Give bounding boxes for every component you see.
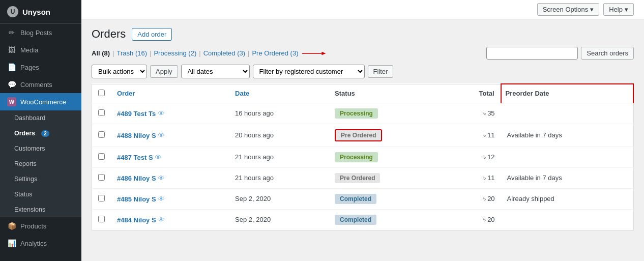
settings-label: Settings bbox=[14, 176, 37, 183]
order-link[interactable]: #488 Niloy S bbox=[117, 132, 156, 139]
sidebar-item-reports[interactable]: Reports bbox=[0, 156, 81, 171]
order-cell: #484 Niloy S 👁 bbox=[111, 209, 229, 230]
row-checkbox-cell[interactable] bbox=[92, 147, 111, 167]
add-order-button[interactable]: Add order bbox=[132, 28, 172, 41]
preorder-date-cell bbox=[501, 147, 633, 167]
chevron-down-icon: ▾ bbox=[590, 6, 594, 13]
row-checkbox-cell[interactable] bbox=[92, 167, 111, 188]
sidebar-item-analytics[interactable]: 📊 Analytics bbox=[0, 235, 81, 252]
sidebar: U Unyson ✏ Blog Posts 🖼 Media 📄 Pages 💬 … bbox=[0, 0, 81, 261]
preorder-date-cell bbox=[501, 209, 633, 230]
table-row: #487 Test S 👁 21 hours ago Processing ৳ … bbox=[92, 147, 634, 167]
sidebar-item-pages[interactable]: 📄 Pages bbox=[0, 59, 81, 76]
sidebar-item-blog-posts[interactable]: ✏ Blog Posts bbox=[0, 24, 81, 41]
order-link[interactable]: #486 Niloy S bbox=[117, 175, 156, 182]
sidebar-item-settings[interactable]: Settings bbox=[0, 171, 81, 187]
arrow-indicator bbox=[302, 49, 328, 57]
help-button[interactable]: Help ▾ bbox=[603, 3, 634, 16]
filter-customer-select[interactable]: Filter by registered customer bbox=[253, 65, 365, 78]
order-link[interactable]: #485 Niloy S bbox=[117, 195, 156, 203]
logo-icon: U bbox=[7, 6, 18, 17]
row-checkbox-cell[interactable] bbox=[92, 103, 111, 124]
status-label: Status bbox=[14, 191, 32, 198]
dates-select[interactable]: All dates2020September 2020 bbox=[181, 65, 250, 78]
status-cell: Completed bbox=[329, 188, 446, 209]
status-cell: Pre Ordered bbox=[329, 167, 446, 188]
date-cell: Sep 2, 2020 bbox=[229, 209, 329, 230]
page-title: Orders bbox=[92, 27, 126, 41]
row-checkbox[interactable] bbox=[98, 174, 105, 181]
select-all-checkbox[interactable] bbox=[98, 90, 105, 96]
order-link[interactable]: #487 Test S bbox=[117, 154, 153, 161]
screen-options-button[interactable]: Screen Options ▾ bbox=[537, 3, 600, 16]
dashboard-label: Dashboard bbox=[14, 114, 45, 122]
sidebar-item-extensions[interactable]: Extensions bbox=[0, 202, 81, 217]
preview-icon[interactable]: 👁 bbox=[158, 131, 165, 139]
filter-all-link[interactable]: All (8) bbox=[92, 49, 110, 57]
filter-links: All (8) | Trash (16) | Processing (2) | … bbox=[92, 49, 486, 57]
row-checkbox-cell[interactable] bbox=[92, 209, 111, 230]
sidebar-item-woocommerce[interactable]: W WooCommerce bbox=[0, 93, 81, 110]
preview-icon[interactable]: 👁 bbox=[158, 109, 165, 118]
sidebar-item-orders[interactable]: Orders 2 bbox=[0, 126, 81, 141]
preview-icon[interactable]: 👁 bbox=[158, 216, 165, 224]
total-cell: ৳ 12 bbox=[446, 147, 501, 167]
orders-badge: 2 bbox=[41, 130, 49, 137]
search-input[interactable] bbox=[486, 47, 578, 60]
row-checkbox[interactable] bbox=[98, 131, 105, 138]
sidebar-item-comments[interactable]: 💬 Comments bbox=[0, 76, 81, 93]
date-cell: 16 hours ago bbox=[229, 103, 329, 124]
order-header[interactable]: Order bbox=[111, 84, 229, 103]
status-cell: Pre Ordered bbox=[329, 124, 446, 147]
status-badge: Processing bbox=[335, 108, 378, 119]
filter-completed-link[interactable]: Completed (3) bbox=[203, 49, 245, 57]
total-cell: ৳ 20 bbox=[446, 209, 501, 230]
chevron-down-icon: ▾ bbox=[625, 6, 628, 13]
total-cell: ৳ 20 bbox=[446, 188, 501, 209]
main-area: Screen Options ▾ Help ▾ Orders Add order… bbox=[81, 0, 644, 261]
date-header[interactable]: Date bbox=[229, 84, 329, 103]
sidebar-logo[interactable]: U Unyson bbox=[0, 0, 81, 24]
order-cell: #486 Niloy S 👁 bbox=[111, 167, 229, 188]
bulk-actions-select[interactable]: Bulk actions bbox=[92, 65, 147, 78]
row-checkbox[interactable] bbox=[98, 109, 105, 116]
order-link[interactable]: #489 Test Ts bbox=[117, 110, 156, 118]
filter-pre-ordered-link[interactable]: Pre Ordered (3) bbox=[252, 49, 298, 57]
order-link[interactable]: #484 Niloy S bbox=[117, 216, 156, 224]
reports-label: Reports bbox=[14, 160, 37, 167]
content-area: Orders Add order All (8) | Trash (16) | … bbox=[81, 19, 644, 261]
row-checkbox[interactable] bbox=[98, 216, 105, 222]
row-checkbox[interactable] bbox=[98, 195, 105, 201]
order-cell: #485 Niloy S 👁 bbox=[111, 188, 229, 209]
sidebar-item-status[interactable]: Status bbox=[0, 187, 81, 202]
preview-icon[interactable]: 👁 bbox=[158, 195, 165, 203]
total-cell: ৳ 11 bbox=[446, 124, 501, 147]
customers-label: Customers bbox=[14, 145, 45, 152]
preorder-date-cell: Available in 7 days bbox=[501, 167, 633, 188]
pages-icon: 📄 bbox=[7, 63, 16, 72]
select-all-header[interactable] bbox=[92, 84, 111, 103]
filter-trash-link[interactable]: Trash (16) bbox=[117, 49, 148, 57]
sidebar-item-label: Media bbox=[20, 46, 38, 54]
filter-button[interactable]: Filter bbox=[368, 65, 394, 78]
sidebar-item-media[interactable]: 🖼 Media bbox=[0, 41, 81, 59]
row-checkbox[interactable] bbox=[98, 153, 105, 160]
sidebar-item-label: Analytics bbox=[20, 240, 47, 247]
order-cell: #488 Niloy S 👁 bbox=[111, 124, 229, 147]
search-orders-button[interactable]: Search orders bbox=[581, 47, 634, 60]
sidebar-item-products[interactable]: 📦 Products bbox=[0, 217, 81, 235]
sidebar-item-customers[interactable]: Customers bbox=[0, 141, 81, 156]
preview-icon[interactable]: 👁 bbox=[158, 174, 165, 182]
row-checkbox-cell[interactable] bbox=[92, 188, 111, 209]
status-badge: Processing bbox=[335, 152, 378, 162]
order-cell: #489 Test Ts 👁 bbox=[111, 103, 229, 124]
preorder-date-cell bbox=[501, 103, 633, 124]
row-checkbox-cell[interactable] bbox=[92, 124, 111, 147]
apply-button[interactable]: Apply bbox=[150, 65, 178, 78]
sidebar-item-dashboard[interactable]: Dashboard bbox=[0, 110, 81, 126]
sidebar-item-label: Pages bbox=[20, 64, 39, 71]
filter-processing-link[interactable]: Processing (2) bbox=[154, 49, 196, 57]
blog-posts-icon: ✏ bbox=[7, 28, 16, 37]
total-cell: ৳ 11 bbox=[446, 167, 501, 188]
preview-icon[interactable]: 👁 bbox=[155, 153, 162, 161]
